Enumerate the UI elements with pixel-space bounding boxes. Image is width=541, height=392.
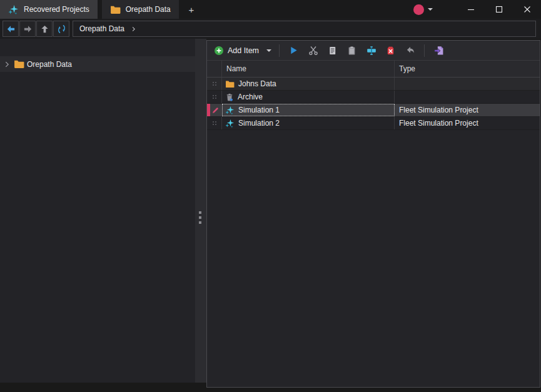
column-label: Name: [226, 64, 246, 73]
rename-button[interactable]: [362, 43, 381, 59]
maximize-button[interactable]: [485, 0, 513, 19]
breadcrumb[interactable]: Orepath Data: [73, 21, 536, 37]
arrow-right-icon: [23, 24, 33, 34]
chevron-down-icon: [428, 8, 433, 11]
arrow-left-icon: [6, 24, 16, 34]
sparkles-icon: [8, 4, 19, 15]
tree-item-label: Orepath Data: [27, 60, 72, 69]
tab-label: Orepath Data: [126, 5, 171, 14]
delete-button[interactable]: [381, 43, 400, 59]
chevron-down-icon: [266, 49, 271, 52]
refresh-button[interactable]: [53, 21, 69, 37]
app-body: Orepath Data Add Item: [0, 39, 541, 392]
tree-item-orepath-data[interactable]: Orepath Data: [0, 56, 195, 72]
row-edit-gutter[interactable]: [207, 104, 222, 116]
paste-button[interactable]: [342, 43, 362, 59]
maximize-icon: [495, 6, 503, 13]
back-button[interactable]: [3, 21, 19, 37]
undo-button[interactable]: [400, 43, 420, 59]
panel-splitter[interactable]: [195, 39, 206, 383]
folder-tree: Orepath Data: [0, 39, 195, 72]
item-type: Fleet Simulation Project: [399, 106, 478, 114]
tab-recovered-projects[interactable]: Recovered Projects: [0, 0, 98, 19]
table-row[interactable]: Simulation 2 Fleet Simulation Project: [207, 117, 540, 130]
arrow-up-icon: [40, 24, 49, 34]
simulation-icon: [225, 119, 235, 128]
column-label: Type: [399, 64, 415, 73]
table-row[interactable]: Johns Data: [207, 78, 540, 91]
item-name: Johns Data: [238, 79, 276, 88]
tab-label: Recovered Projects: [24, 5, 89, 14]
item-type: Fleet Simulation Project: [399, 119, 478, 128]
items-toolbar: Add Item: [207, 41, 540, 61]
copy-button[interactable]: [323, 43, 342, 59]
cut-icon: [308, 46, 318, 56]
minimize-icon: [467, 6, 475, 13]
avatar-circle-icon: [413, 4, 424, 15]
name-cell[interactable]: Johns Data: [222, 78, 395, 90]
type-cell[interactable]: [395, 91, 540, 103]
close-button[interactable]: [513, 0, 541, 19]
navigation-bar: Orepath Data: [0, 19, 541, 39]
splitter-handle-icon[interactable]: [199, 211, 201, 224]
add-item-button[interactable]: Add Item: [211, 43, 275, 59]
name-cell[interactable]: Simulation 2: [222, 117, 395, 129]
items-panel: Add Item: [206, 40, 540, 388]
type-cell[interactable]: Fleet Simulation Project: [395, 117, 540, 129]
run-icon: [289, 46, 298, 55]
refresh-icon: [57, 24, 66, 34]
delete-icon: [386, 46, 395, 56]
row-drag-handle[interactable]: [207, 78, 222, 90]
add-item-label: Add Item: [228, 46, 259, 55]
up-button[interactable]: [36, 21, 53, 37]
undo-icon: [405, 46, 415, 55]
name-cell[interactable]: Simulation 1: [222, 104, 395, 116]
folder-icon: [14, 59, 24, 69]
column-header-type[interactable]: Type: [395, 61, 540, 77]
simulation-icon: [225, 106, 235, 115]
recycle-bin-icon: [225, 93, 234, 102]
table-row[interactable]: Archive: [207, 91, 540, 104]
paste-icon: [347, 46, 356, 56]
import-icon: [434, 46, 444, 56]
forward-button[interactable]: [19, 21, 36, 37]
name-cell[interactable]: Archive: [222, 91, 395, 103]
item-name: Simulation 2: [238, 119, 280, 128]
cut-button[interactable]: [303, 43, 323, 59]
close-icon: [523, 6, 531, 13]
item-name: Simulation 1: [238, 106, 280, 114]
copy-icon: [328, 46, 337, 56]
row-drag-handle[interactable]: [207, 117, 222, 129]
folder-tree-panel: Orepath Data: [0, 39, 195, 383]
import-button[interactable]: [429, 43, 448, 59]
chevron-right-icon: [131, 26, 136, 32]
drag-dots-icon: [212, 121, 217, 126]
folder-icon: [225, 80, 235, 88]
add-circle-icon: [214, 46, 224, 56]
minimize-button[interactable]: [457, 0, 485, 19]
toolbar-separator: [279, 44, 280, 57]
titlebar: Recovered Projects Orepath Data +: [0, 0, 541, 19]
toolbar-separator: [424, 44, 425, 57]
table-row-selected[interactable]: Simulation 1 Fleet Simulation Project: [207, 104, 540, 117]
new-tab-button[interactable]: +: [182, 0, 201, 19]
table-header: Name Type: [207, 61, 540, 78]
run-button[interactable]: [284, 43, 303, 59]
chevron-right-icon[interactable]: [3, 60, 11, 69]
drag-dots-icon: [212, 94, 217, 99]
drag-dots-icon: [212, 81, 217, 86]
folder-icon: [110, 5, 121, 14]
tab-orepath-data[interactable]: Orepath Data: [102, 0, 179, 19]
item-name: Archive: [238, 93, 263, 101]
rename-icon: [367, 46, 377, 56]
pencil-icon: [211, 106, 220, 114]
type-cell[interactable]: Fleet Simulation Project: [395, 104, 540, 116]
column-header-drag: [207, 61, 222, 77]
column-header-name[interactable]: Name: [222, 61, 395, 77]
selection-bar: [207, 104, 210, 116]
breadcrumb-label: Orepath Data: [79, 24, 124, 33]
titlebar-right: [407, 0, 541, 19]
row-drag-handle[interactable]: [207, 91, 222, 103]
account-menu-button[interactable]: [407, 4, 439, 15]
type-cell[interactable]: [395, 78, 540, 90]
